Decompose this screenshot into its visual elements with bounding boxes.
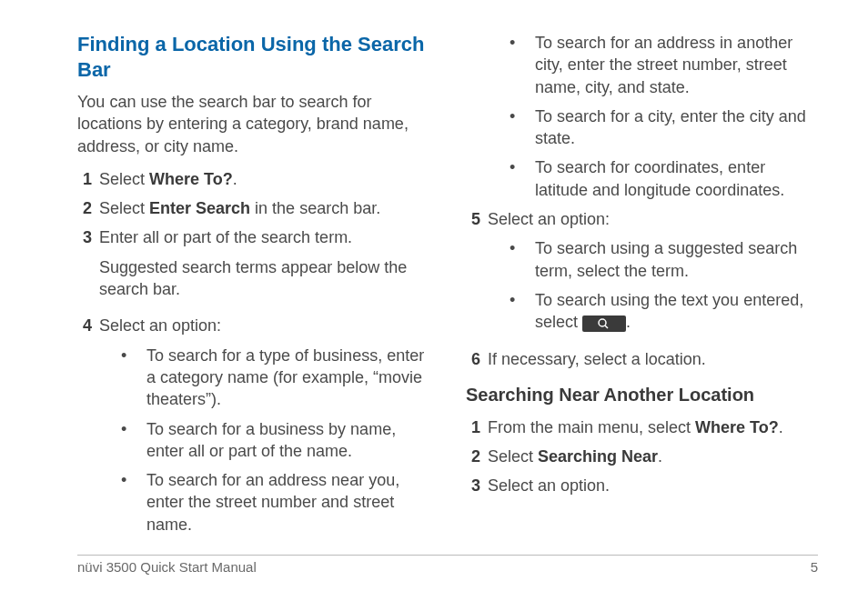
bullet-item: • To search for a type of business, ente… bbox=[117, 345, 429, 411]
step-text: If necessary, select a location. bbox=[488, 348, 818, 370]
intro-paragraph: You can use the search bar to search for… bbox=[77, 91, 429, 157]
bullet-item: • To search for coordinates, enter latit… bbox=[506, 156, 818, 201]
step-2: 2 Select Enter Search in the search bar. bbox=[77, 197, 429, 219]
step-6: 6 If necessary, select a location. bbox=[466, 348, 818, 370]
step-5: 5 Select an option: • To search using a … bbox=[466, 208, 818, 340]
step-number: 5 bbox=[466, 208, 488, 340]
bullet-item: • To search for a business by name, ente… bbox=[117, 418, 429, 463]
step-number: 1 bbox=[77, 168, 99, 190]
bullet-item: • To search for an address near you, ent… bbox=[117, 469, 429, 536]
step-3: 3 Enter all or part of the search term. … bbox=[77, 226, 429, 307]
footer-title: nüvi 3500 Quick Start Manual bbox=[77, 559, 257, 575]
subheading: Searching Near Another Location bbox=[466, 383, 818, 407]
near-step-2: 2 Select Searching Near. bbox=[466, 446, 818, 467]
step-text: From the main menu, select Where To?. bbox=[488, 416, 818, 438]
step-text: Select Where To?. bbox=[99, 168, 429, 190]
right-column: • To search for an address in another ci… bbox=[466, 32, 818, 555]
step-number: 1 bbox=[466, 416, 488, 438]
near-step-1: 1 From the main menu, select Where To?. bbox=[466, 416, 818, 438]
main-heading: Finding a Location Using the Search Bar bbox=[77, 32, 429, 82]
bullet-item: • To search using the text you entered, … bbox=[506, 289, 818, 334]
step-number: 4 bbox=[77, 315, 99, 543]
step-text: Enter all or part of the search term. Su… bbox=[99, 226, 429, 307]
search-icon bbox=[582, 316, 626, 332]
bullet-item: • To search for an address in another ci… bbox=[506, 32, 818, 98]
near-step-3: 3 Select an option. bbox=[466, 475, 818, 496]
step-text: Select Enter Search in the search bar. bbox=[99, 197, 429, 219]
step-1: 1 Select Where To?. bbox=[77, 168, 429, 190]
left-column: Finding a Location Using the Search Bar … bbox=[77, 32, 429, 555]
step-text: Select an option: • To search for a type… bbox=[99, 315, 429, 543]
page-number: 5 bbox=[811, 559, 818, 575]
step-number: 3 bbox=[77, 226, 99, 307]
step-number: 2 bbox=[77, 197, 99, 219]
step-number: 6 bbox=[466, 348, 488, 370]
step-text: Select an option. bbox=[488, 475, 818, 496]
svg-line-1 bbox=[605, 326, 608, 328]
step-text: Select an option: • To search using a su… bbox=[488, 208, 818, 340]
step-number: 3 bbox=[466, 475, 488, 496]
bullet-item: • To search for a city, enter the city a… bbox=[506, 105, 818, 150]
step-number: 2 bbox=[466, 446, 488, 467]
step-4: 4 Select an option: • To search for a ty… bbox=[77, 315, 429, 543]
page-footer: nüvi 3500 Quick Start Manual 5 bbox=[77, 555, 818, 575]
page-content: Finding a Location Using the Search Bar … bbox=[0, 0, 868, 555]
bullet-item: • To search using a suggested search ter… bbox=[506, 237, 818, 282]
step-text: Select Searching Near. bbox=[488, 446, 818, 467]
svg-point-0 bbox=[599, 319, 606, 326]
